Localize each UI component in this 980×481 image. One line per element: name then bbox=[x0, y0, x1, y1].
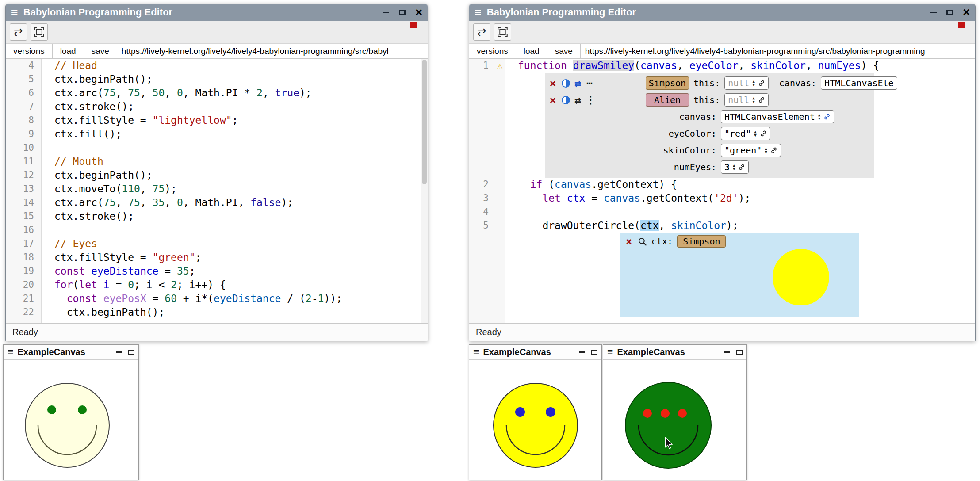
delete-probe-icon[interactable]: × bbox=[624, 236, 633, 247]
param-value-box[interactable]: 3 ▲▼ bbox=[721, 160, 749, 174]
editor-window-left: ≡ Babylonian Programming Editor × ⇄ vers… bbox=[5, 4, 428, 341]
code-line[interactable]: 10 bbox=[6, 141, 428, 155]
code-line[interactable]: 19const eyeDistance = 35; bbox=[6, 264, 428, 278]
maximize-button[interactable] bbox=[128, 350, 134, 355]
stepper-icon[interactable]: ▲▼ bbox=[752, 96, 754, 103]
versions-button[interactable]: versions bbox=[469, 44, 516, 58]
example-name-badge[interactable]: Simpson bbox=[646, 76, 689, 90]
param-value-box[interactable]: null ▲▼ bbox=[724, 93, 769, 107]
link-icon[interactable] bbox=[823, 113, 831, 120]
magnifier-icon[interactable] bbox=[638, 237, 647, 246]
link-icon[interactable] bbox=[738, 164, 745, 171]
menu-icon[interactable]: ≡ bbox=[475, 7, 482, 19]
minimize-button[interactable] bbox=[579, 351, 585, 353]
scrollbar[interactable] bbox=[421, 59, 428, 323]
warning-icon[interactable]: ⚠ bbox=[497, 59, 503, 73]
delete-example-icon[interactable]: × bbox=[548, 78, 557, 89]
code-line[interactable]: 3 let ctx = canvas.getContext('2d'); bbox=[469, 191, 975, 205]
example-canvas-window-1: ≡ ExampleCanvas bbox=[3, 344, 139, 480]
link-icon[interactable] bbox=[758, 96, 765, 103]
code-line[interactable]: 16 bbox=[6, 223, 428, 237]
code-line[interactable]: 14ctx.arc(75, 75, 35, 0, Math.PI, false)… bbox=[6, 196, 428, 210]
link-icon[interactable] bbox=[770, 147, 777, 154]
link-icon[interactable] bbox=[758, 80, 765, 87]
toggle-example-icon[interactable] bbox=[562, 96, 570, 104]
load-button[interactable]: load bbox=[53, 44, 84, 58]
code-line[interactable]: 12ctx.beginPath(); bbox=[6, 168, 428, 182]
code-line[interactable]: 7ctx.stroke(); bbox=[6, 100, 428, 114]
titlebar[interactable]: ≡ Babylonian Programming Editor × bbox=[6, 4, 428, 21]
code-line[interactable]: 4 bbox=[469, 205, 975, 219]
titlebar[interactable]: ≡ ExampleCanvas bbox=[603, 345, 746, 360]
delete-example-icon[interactable]: × bbox=[548, 95, 557, 106]
titlebar[interactable]: ≡ ExampleCanvas bbox=[4, 345, 138, 360]
select-region-button[interactable] bbox=[494, 23, 511, 41]
code-line[interactable]: 5ctx.beginPath(); bbox=[6, 73, 428, 86]
code-line[interactable]: 11// Mouth bbox=[6, 155, 428, 168]
param-label: canvas: bbox=[548, 111, 716, 122]
close-button[interactable]: × bbox=[415, 7, 422, 19]
minimize-button[interactable] bbox=[116, 351, 122, 353]
code-line[interactable]: 20for(let i = 0; i < 2; i++) { bbox=[6, 278, 428, 292]
stepper-icon[interactable]: ▲▼ bbox=[754, 130, 756, 137]
swap-button[interactable]: ⇄ bbox=[10, 23, 27, 41]
close-button[interactable]: × bbox=[963, 7, 970, 19]
load-button[interactable]: load bbox=[516, 44, 547, 58]
scrollbar-thumb[interactable] bbox=[422, 60, 427, 184]
stepper-icon[interactable]: ▲▼ bbox=[752, 80, 754, 87]
param-value-box[interactable]: HTMLCanvasElement ▲▼ bbox=[721, 110, 834, 123]
code-line[interactable]: 4// Head bbox=[6, 59, 428, 73]
line-number: 6 bbox=[28, 86, 34, 100]
param-value-box[interactable]: HTMLCanvasEle bbox=[821, 76, 897, 90]
menu-icon[interactable]: ≡ bbox=[473, 347, 479, 357]
more-options-icon[interactable]: ⋮ bbox=[586, 94, 593, 106]
code-line[interactable]: 18ctx.fillStyle = "green"; bbox=[6, 251, 428, 264]
swap-example-icon[interactable]: ⇄ bbox=[574, 78, 581, 89]
code-line[interactable]: 17// Eyes bbox=[6, 237, 428, 251]
minimize-button[interactable] bbox=[724, 351, 730, 353]
code-editor[interactable]: 1⚠function drawSmiley(canvas, eyeColor, … bbox=[469, 59, 975, 323]
titlebar[interactable]: ≡ Babylonian Programming Editor × bbox=[469, 4, 975, 21]
code-line[interactable]: 13ctx.moveTo(110, 75); bbox=[6, 182, 428, 196]
versions-button[interactable]: versions bbox=[6, 44, 53, 58]
param-value-box[interactable]: null ▲▼ bbox=[724, 76, 769, 90]
link-icon[interactable] bbox=[760, 130, 767, 137]
url-field[interactable]: https://lively-kernel.org/lively4/lively… bbox=[581, 44, 975, 58]
code-line[interactable]: 21 const eyePosX = 60 + i*(eyeDistance /… bbox=[6, 292, 428, 305]
menu-icon[interactable]: ≡ bbox=[8, 347, 13, 357]
code-line[interactable]: 6ctx.arc(75, 75, 50, 0, Math.PI * 2, tru… bbox=[6, 86, 428, 100]
param-value-box[interactable]: "green" ▲▼ bbox=[721, 144, 781, 157]
stepper-icon[interactable]: ▲▼ bbox=[818, 113, 820, 120]
code-line[interactable]: 8ctx.fillStyle = "lightyellow"; bbox=[6, 114, 428, 127]
code-line[interactable]: 2 if (canvas.getContext) { bbox=[469, 178, 975, 191]
more-options-icon[interactable]: ⋯ bbox=[586, 77, 593, 89]
swap-button[interactable]: ⇄ bbox=[473, 23, 490, 41]
code-line[interactable]: 15ctx.stroke(); bbox=[6, 210, 428, 223]
toggle-example-icon[interactable] bbox=[562, 79, 570, 88]
stepper-icon[interactable]: ▲▼ bbox=[733, 164, 735, 171]
probe-example-badge[interactable]: Simpson bbox=[677, 235, 726, 248]
maximize-button[interactable] bbox=[736, 350, 743, 355]
maximize-button[interactable] bbox=[946, 10, 953, 15]
param-value-box[interactable]: "red" ▲▼ bbox=[721, 127, 770, 140]
code-line[interactable]: 22 ctx.beginPath(); bbox=[6, 305, 428, 319]
save-button[interactable]: save bbox=[547, 44, 581, 58]
save-button[interactable]: save bbox=[84, 44, 117, 58]
maximize-button[interactable] bbox=[591, 350, 597, 355]
swap-example-icon[interactable]: ⇄ bbox=[574, 95, 581, 106]
code-line[interactable]: 9ctx.fill(); bbox=[6, 127, 428, 141]
url-field[interactable]: https://lively-kernel.org/lively4/lively… bbox=[117, 44, 428, 58]
line-number: 16 bbox=[23, 223, 34, 237]
example-name-badge[interactable]: Alien bbox=[646, 93, 689, 107]
menu-icon[interactable]: ≡ bbox=[11, 7, 18, 19]
minimize-button[interactable] bbox=[383, 12, 389, 13]
titlebar[interactable]: ≡ ExampleCanvas bbox=[469, 345, 601, 360]
code-line[interactable]: 1⚠function drawSmiley(canvas, eyeColor, … bbox=[469, 59, 975, 73]
minimize-button[interactable] bbox=[930, 12, 937, 13]
code-line[interactable]: 5 drawOuterCircle(ctx, skinColor); bbox=[469, 219, 975, 233]
menu-icon[interactable]: ≡ bbox=[607, 347, 613, 357]
stepper-icon[interactable]: ▲▼ bbox=[765, 147, 767, 154]
code-editor[interactable]: 4// Head5ctx.beginPath();6ctx.arc(75, 75… bbox=[6, 59, 428, 323]
maximize-button[interactable] bbox=[399, 10, 406, 15]
select-region-button[interactable] bbox=[31, 23, 48, 41]
